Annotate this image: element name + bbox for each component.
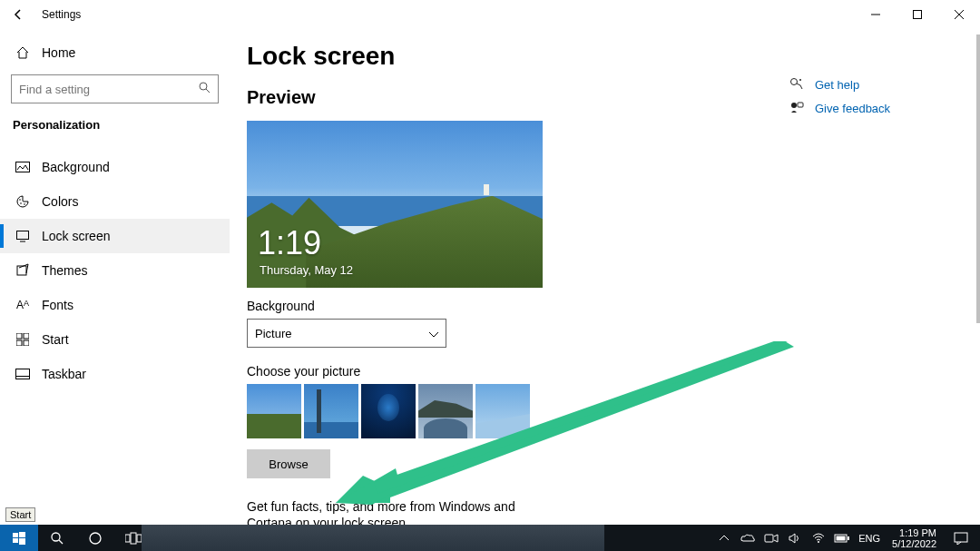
nav-lock-screen[interactable]: Lock screen — [0, 219, 230, 253]
taskbar: ENG 1:19 PM 5/12/2022 — [0, 525, 980, 551]
tray-chevron-up-icon[interactable] — [716, 525, 732, 551]
tray-meet-now-icon[interactable] — [763, 525, 779, 551]
nav-start[interactable]: Start — [0, 322, 230, 357]
nav-taskbar[interactable]: Taskbar — [0, 357, 230, 391]
svg-point-19 — [791, 103, 797, 108]
choose-picture-label: Choose your picture — [247, 364, 980, 379]
svg-rect-27 — [19, 538, 25, 545]
svg-rect-20 — [798, 103, 803, 107]
svg-rect-24 — [13, 533, 18, 537]
back-button[interactable] — [0, 0, 36, 29]
search-field[interactable] — [19, 83, 198, 96]
svg-point-7 — [24, 203, 25, 205]
svg-rect-12 — [24, 333, 29, 339]
taskbar-cortana-button[interactable] — [76, 525, 114, 551]
colors-icon — [15, 194, 31, 209]
themes-icon — [15, 263, 31, 278]
nav-colors[interactable]: Colors — [0, 184, 230, 219]
svg-rect-10 — [17, 266, 26, 275]
search-icon — [198, 81, 211, 97]
search-input[interactable] — [11, 74, 219, 103]
svg-rect-37 — [848, 536, 849, 540]
system-tray: ENG 1:19 PM 5/12/2022 — [716, 525, 980, 551]
svg-point-30 — [90, 533, 101, 544]
scrollbar[interactable] — [976, 34, 980, 323]
preview-time: 1:19 — [258, 224, 321, 262]
settings-sidebar: Home Personalization Background Colors L… — [0, 29, 230, 525]
tips-label: Get fun facts, tips, and more from Windo… — [247, 498, 555, 525]
help-icon — [789, 76, 804, 93]
lock-screen-icon — [15, 230, 31, 242]
background-label: Background — [247, 299, 980, 313]
titlebar: Settings — [0, 0, 980, 29]
preview-date: Thursday, May 12 — [260, 263, 353, 277]
window-controls — [855, 0, 980, 29]
picture-thumb-3[interactable] — [361, 384, 416, 438]
active-indicator — [0, 224, 4, 248]
background-icon — [15, 162, 31, 172]
svg-point-18 — [799, 79, 801, 81]
svg-rect-11 — [16, 333, 22, 339]
chevron-down-icon — [429, 327, 438, 340]
tray-language[interactable]: ENG — [858, 525, 881, 551]
svg-rect-31 — [125, 535, 130, 542]
nav-home[interactable]: Home — [0, 36, 230, 69]
svg-rect-15 — [16, 369, 30, 379]
svg-rect-13 — [16, 340, 22, 346]
tray-clock[interactable]: 1:19 PM 5/12/2022 — [888, 527, 940, 549]
link-text: Give feedback — [815, 102, 890, 115]
maximize-button[interactable] — [897, 0, 938, 29]
picture-thumb-1[interactable] — [247, 384, 301, 438]
svg-point-2 — [200, 83, 207, 90]
nav-item-label: Lock screen — [42, 229, 110, 243]
nav-background[interactable]: Background — [0, 150, 230, 184]
svg-rect-4 — [16, 162, 30, 172]
svg-rect-8 — [17, 231, 29, 240]
lock-screen-preview: 1:19 Thursday, May 12 — [247, 121, 543, 288]
picture-thumb-2[interactable] — [304, 384, 358, 438]
svg-point-6 — [20, 202, 22, 204]
tray-battery-icon[interactable] — [834, 525, 850, 551]
svg-line-3 — [206, 89, 210, 93]
start-tooltip: Start — [5, 507, 35, 522]
page-title: Lock screen — [247, 42, 980, 71]
nav-item-label: Fonts — [42, 298, 74, 312]
svg-rect-26 — [13, 538, 18, 543]
background-dropdown[interactable]: Picture — [247, 319, 446, 348]
app-title: Settings — [42, 8, 81, 21]
minimize-button[interactable] — [855, 0, 897, 29]
taskbar-search-button[interactable] — [38, 525, 76, 551]
svg-line-29 — [59, 540, 63, 544]
action-center-button[interactable] — [947, 532, 975, 545]
clock-time: 1:19 PM — [892, 527, 936, 538]
svg-point-17 — [791, 78, 798, 84]
svg-rect-14 — [24, 340, 29, 346]
nav-item-label: Themes — [42, 263, 88, 278]
browse-button[interactable]: Browse — [247, 449, 330, 478]
start-button[interactable] — [0, 525, 38, 551]
close-button[interactable] — [938, 0, 980, 29]
taskbar-running-apps[interactable] — [142, 525, 604, 551]
picture-thumb-5[interactable] — [475, 384, 530, 438]
tray-wifi-icon[interactable] — [810, 525, 827, 551]
help-links: Get help Give feedback — [789, 73, 926, 120]
nav-item-label: Background — [42, 160, 110, 174]
nav-home-label: Home — [42, 45, 75, 60]
category-personalization[interactable]: Personalization — [0, 111, 230, 139]
feedback-icon — [789, 100, 804, 117]
tray-volume-icon[interactable] — [787, 525, 803, 551]
give-feedback-link[interactable]: Give feedback — [789, 96, 926, 120]
nav-themes[interactable]: Themes — [0, 253, 230, 288]
picture-thumb-4[interactable] — [418, 384, 473, 438]
tray-onedrive-icon[interactable] — [740, 525, 756, 551]
start-icon — [15, 333, 31, 346]
fonts-icon: AA — [15, 299, 31, 311]
svg-point-35 — [818, 541, 819, 543]
background-section: Background Picture — [247, 299, 980, 348]
get-help-link[interactable]: Get help — [789, 73, 926, 96]
nav-item-label: Start — [42, 332, 69, 347]
nav-item-label: Colors — [42, 194, 78, 209]
svg-rect-38 — [837, 536, 846, 540]
nav-fonts[interactable]: AA Fonts — [0, 288, 230, 322]
taskbar-icon — [15, 369, 31, 379]
